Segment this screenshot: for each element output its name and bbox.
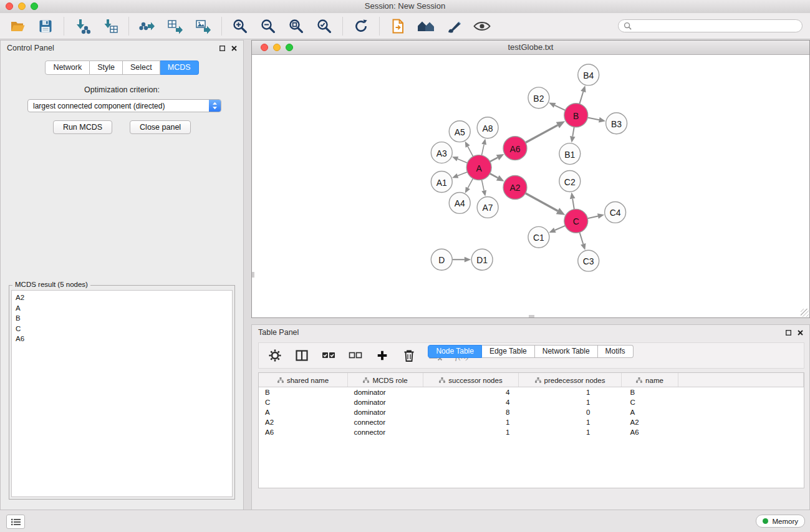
zoom-in-icon: [232, 18, 248, 34]
dropdown-stepper-icon: [209, 100, 221, 112]
graph-edge-A-A7[interactable]: [481, 180, 484, 191]
export-table-icon: [167, 18, 183, 34]
network-minimize-button[interactable]: [273, 44, 281, 51]
graph-edge-A6-B[interactable]: [526, 125, 558, 143]
export-image-button[interactable]: [193, 16, 213, 36]
table-panel-header: Table Panel: [252, 325, 809, 340]
table-tab-motifs[interactable]: Motifs: [598, 345, 634, 358]
graph-node-label-D1: D1: [476, 255, 488, 265]
status-bar: Memory: [0, 510, 810, 532]
import-table-icon: [102, 18, 118, 34]
graph-node-label-B3: B3: [611, 119, 622, 129]
mcds-result-title: MCDS result (5 nodes): [12, 281, 90, 288]
graph-edge-B-B1[interactable]: [572, 127, 574, 137]
control-panel-header: Control Panel: [1, 41, 243, 56]
zoom-selected-button[interactable]: [314, 16, 334, 36]
tab-network[interactable]: Network: [45, 60, 90, 75]
open-document-button[interactable]: [388, 16, 408, 36]
graph-node-label-B: B: [573, 111, 579, 121]
memory-button[interactable]: Memory: [756, 515, 805, 528]
network-window-traffic-lights: [261, 44, 293, 51]
search-icon: [624, 22, 632, 30]
export-network-button[interactable]: [137, 16, 157, 36]
refresh-icon: [353, 18, 369, 34]
graph-edge-A-A5[interactable]: [468, 147, 473, 157]
graph-edge-A-A8[interactable]: [481, 145, 484, 156]
minimize-window-button[interactable]: [18, 2, 26, 10]
graph-edge-A-A2[interactable]: [490, 173, 498, 178]
table-tab-node-table[interactable]: Node Table: [428, 345, 482, 358]
table-panel: Table Panel: [251, 324, 810, 510]
graph-edge-B-B4[interactable]: [579, 92, 583, 104]
float-panel-icon[interactable]: [219, 46, 225, 51]
control-panel: Control Panel NetworkStyleSelectMCDS Opt…: [0, 40, 244, 510]
run-mcds-button[interactable]: Run MCDS: [53, 120, 112, 134]
tab-mcds[interactable]: MCDS: [160, 60, 199, 75]
control-panel-title: Control Panel: [7, 44, 54, 52]
first-neighbors-button[interactable]: [416, 16, 436, 36]
mcds-result-list[interactable]: A2ABCA6: [11, 290, 233, 497]
network-graph[interactable]: B4B2BB3A5A8A6B1A3AC2A1A2A4A7C4CC1C3DD1: [252, 55, 809, 317]
export-image-icon: [195, 18, 211, 34]
close-panel-button[interactable]: Close panel: [130, 120, 191, 134]
optimization-dropdown[interactable]: largest connected component (directed): [27, 99, 221, 112]
mcds-result-item[interactable]: C: [16, 324, 228, 334]
graph-edge-C-C4[interactable]: [587, 216, 598, 219]
table-panel-title: Table Panel: [258, 328, 299, 337]
graph-node-label-A8: A8: [483, 123, 493, 133]
zoom-selected-icon: [316, 18, 332, 34]
mcds-result-item[interactable]: A6: [16, 334, 228, 344]
close-table-panel-icon[interactable]: [798, 330, 803, 336]
zoom-fit-icon: [288, 18, 304, 34]
resize-handle[interactable]: [801, 309, 809, 317]
graph-edge-A-A1[interactable]: [458, 172, 468, 176]
network-zoom-button[interactable]: [286, 44, 293, 51]
network-canvas[interactable]: B4B2BB3A5A8A6B1A3AC2A1A2A4A7C4CC1C3DD1: [252, 55, 809, 317]
graph-edge-C-C3[interactable]: [579, 232, 583, 244]
import-network-icon: [74, 18, 90, 34]
graph-arrowhead-B-B4: [581, 85, 586, 92]
graph-edge-C-C2[interactable]: [572, 199, 574, 210]
mcds-result-item[interactable]: B: [16, 313, 228, 324]
mcds-result-item[interactable]: A: [16, 303, 228, 314]
zoom-fit-button[interactable]: [286, 16, 306, 36]
import-table-button[interactable]: [100, 16, 120, 36]
window-title: Session: New Session: [0, 0, 810, 12]
graph-edge-B-B2[interactable]: [555, 105, 566, 110]
graph-edge-A-A4[interactable]: [468, 178, 473, 188]
export-table-button[interactable]: [165, 16, 185, 36]
zoom-window-button[interactable]: [31, 2, 38, 10]
graph-node-label-A1: A1: [436, 178, 447, 188]
tab-select[interactable]: Select: [123, 60, 160, 75]
zoom-out-button[interactable]: [258, 16, 278, 36]
houses-icon: [417, 18, 435, 34]
task-history-button[interactable]: [6, 515, 25, 529]
graph-edge-A2-C[interactable]: [526, 193, 558, 211]
apply-layout-button[interactable]: [351, 16, 371, 36]
graph-edge-A-A6[interactable]: [490, 158, 498, 162]
graph-edge-B-B3[interactable]: [587, 117, 599, 120]
table-tab-edge-table[interactable]: Edge Table: [482, 345, 535, 358]
toolbar-separator: [379, 17, 380, 36]
close-panel-icon[interactable]: [231, 46, 237, 51]
graph-edge-A-A3[interactable]: [458, 159, 468, 163]
annotation-button[interactable]: [444, 16, 464, 36]
control-panel-buttons: Run MCDS Close panel: [1, 120, 243, 134]
graph-edge-C-C1[interactable]: [555, 226, 565, 230]
mcds-result-item[interactable]: A2: [16, 293, 228, 303]
search-input[interactable]: [635, 21, 797, 31]
save-session-button[interactable]: [36, 16, 55, 36]
zoom-in-button[interactable]: [230, 16, 250, 36]
import-network-button[interactable]: [72, 16, 92, 36]
graph-node-label-C3: C3: [583, 256, 594, 266]
close-window-button[interactable]: [6, 2, 13, 10]
memory-status-icon: [763, 518, 768, 524]
network-close-button[interactable]: [261, 44, 268, 51]
show-hide-button[interactable]: [472, 16, 492, 36]
export-network-icon: [139, 18, 155, 34]
table-tab-network-table[interactable]: Network Table: [535, 345, 598, 358]
open-session-button[interactable]: [7, 16, 27, 36]
document-export-icon: [390, 18, 406, 34]
float-table-panel-icon[interactable]: [786, 330, 791, 336]
tab-style[interactable]: Style: [90, 60, 123, 75]
